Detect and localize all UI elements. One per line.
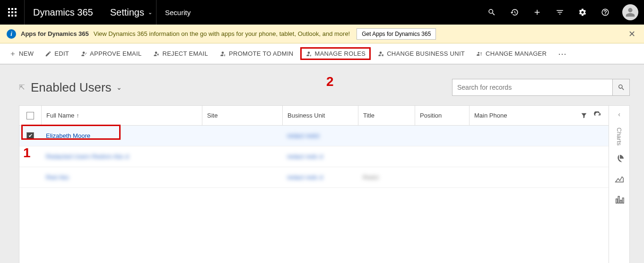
waffle-icon [8,8,17,17]
cmd-label: MANAGE ROLES [315,50,366,57]
user-name-link[interactable]: Redacted Usern Rednm Abc d [46,153,129,160]
table-row[interactable]: ✔ Elizabeth Moore redact redct [19,126,609,146]
edit-button[interactable]: EDIT [40,47,74,60]
pie-chart-icon [614,154,625,164]
notification-bar: i Apps for Dynamics 365 View Dynamics 36… [0,25,644,43]
pie-chart-button[interactable] [614,154,625,166]
records-grid: Full Name Site Business Unit Title Posit… [19,106,609,263]
pin-icon[interactable]: ⇱ [19,83,25,92]
table-row[interactable]: Red Abc redact redc d Redct [19,167,609,188]
grid-header: Full Name Site Business Unit Title Posit… [19,106,609,126]
approve-email-button[interactable]: APPROVE EMAIL [76,47,146,60]
svg-rect-5 [15,11,17,13]
area-label: Settings [110,7,144,18]
col-site[interactable]: Site [202,106,282,125]
row-checkbox[interactable]: ✔ [19,132,41,140]
manage-roles-button[interactable]: MANAGE ROLES [300,47,371,60]
svg-rect-4 [11,11,13,13]
bu-value: redact redc d [287,174,323,181]
cmd-label: CHANGE MANAGER [486,50,547,57]
svg-rect-0 [8,8,10,10]
svg-rect-3 [8,11,10,13]
plus-icon [533,8,541,17]
funnel-icon [556,8,564,17]
filter-icon[interactable] [580,112,588,119]
user-up-icon [219,51,226,57]
cmd-label: REJECT EMAIL [162,50,208,57]
cmd-label: NEW [19,50,34,57]
bu-value: redact redc d [287,153,323,160]
top-navbar: Dynamics 365 Settings ⌄ Security [0,0,644,25]
change-manager-button[interactable]: CHANGE MANAGER [471,47,551,60]
col-business-unit[interactable]: Business Unit [282,106,358,125]
svg-rect-7 [11,15,13,17]
svg-rect-2 [15,8,17,10]
reject-email-button[interactable]: REJECT EMAIL [148,47,213,60]
search-icon [618,84,625,91]
area-chart-button[interactable] [614,174,625,186]
change-business-unit-button[interactable]: CHANGE BUSINESS UNIT [373,47,470,60]
promote-admin-button[interactable]: PROMOTE TO ADMIN [215,47,298,60]
svg-rect-6 [8,15,10,17]
bar-chart-icon [614,195,625,205]
pencil-icon [45,51,52,57]
area-chart-icon [614,174,625,185]
col-title[interactable]: Title [358,106,415,125]
bu-value: redact redct [287,132,320,139]
select-all-column[interactable] [19,106,41,125]
search-button[interactable] [613,79,630,96]
search-records [452,79,630,96]
refresh-icon[interactable] [593,111,602,120]
cmd-label: PROMOTE TO ADMIN [229,50,294,57]
person-icon [625,7,635,17]
grid-container: Full Name Site Business Unit Title Posit… [19,105,630,263]
subarea-label: Security [156,0,199,25]
view-selector[interactable]: Enabled Users ⌄ [31,80,122,95]
clock-icon [510,8,519,17]
help-button[interactable] [594,0,617,25]
user-key-icon [305,51,312,57]
bar-chart-button[interactable] [614,195,625,206]
search-input[interactable] [452,79,613,96]
command-bar: NEW EDIT APPROVE EMAIL REJECT EMAIL PROM… [0,43,644,64]
advanced-filter-button[interactable] [548,0,571,25]
global-search-button[interactable] [480,0,503,25]
checkbox-checked-icon: ✔ [26,132,34,140]
area-dropdown[interactable]: Settings ⌄ [102,7,156,18]
user-name-link[interactable]: Red Abc [46,174,69,181]
settings-button[interactable] [571,0,594,25]
chevron-down-icon: ⌄ [116,84,122,91]
help-icon [601,8,609,17]
info-icon: i [7,29,16,39]
user-name-link[interactable]: Elizabeth Moore [46,132,90,139]
title-value: Redct [363,174,379,181]
gear-icon [578,8,587,17]
cmd-label: CHANGE BUSINESS UNIT [387,50,465,57]
brand-title: Dynamics 365 [25,7,102,18]
checkbox-icon [26,112,34,119]
expand-charts-button[interactable]: ‹ [618,110,620,118]
user-avatar[interactable] [622,4,638,20]
table-row[interactable]: Redacted Usern Rednm Abc d redact redc d [19,146,609,167]
svg-rect-1 [11,8,13,10]
app-launcher-button[interactable] [0,0,25,25]
charts-label: Charts [616,127,623,145]
notification-title: Apps for Dynamics 365 [21,30,89,37]
col-main-phone[interactable]: Main Phone [469,106,523,125]
recent-button[interactable] [503,0,526,25]
get-apps-button[interactable]: Get Apps for Dynamics 365 [357,28,436,40]
new-button[interactable]: NEW [5,47,38,60]
more-commands-button[interactable]: ⋯ [553,49,572,59]
chevron-down-icon: ⌄ [148,9,152,16]
notification-text: View Dynamics 365 information on the go … [94,30,350,37]
col-position[interactable]: Position [415,106,469,125]
view-header: ⇱ Enabled Users ⌄ [19,79,644,96]
user-check-icon [80,51,87,57]
quick-create-button[interactable] [526,0,548,25]
cmd-label: APPROVE EMAIL [90,50,141,57]
user-x-icon [153,51,159,57]
close-notification-button[interactable]: ✕ [627,29,637,39]
view-title: Enabled Users [31,80,112,95]
col-fullname[interactable]: Full Name [41,106,202,125]
view-area: 2 ⇱ Enabled Users ⌄ Full Name Site Busin… [0,64,644,263]
